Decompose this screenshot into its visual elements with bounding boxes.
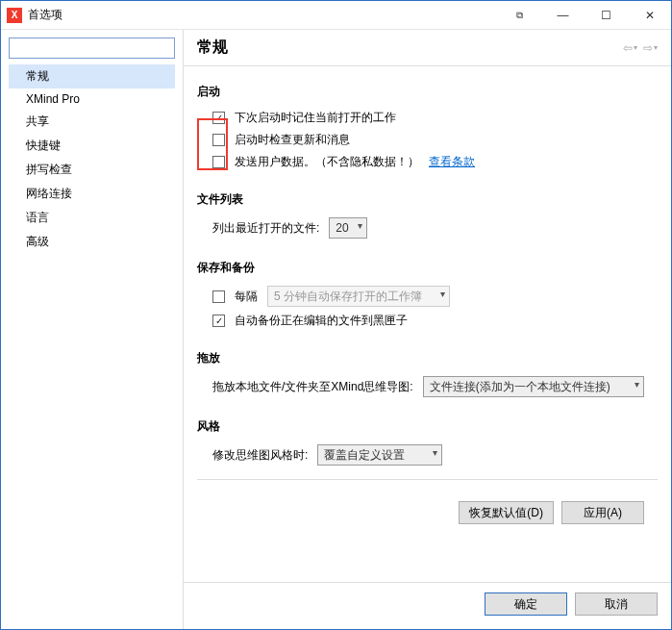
row-dragdrop: 拖放本地文件/文件夹至XMind思维导图: 文件连接(添加为一个本地文件连接) xyxy=(212,376,658,397)
row-every: 每隔 5 分钟自动保存打开的工作簿 xyxy=(212,286,658,307)
row-remember: ✓ 下次启动时记住当前打开的工作 xyxy=(212,110,658,126)
check-updates-checkbox[interactable] xyxy=(212,134,225,146)
chevron-down-icon: ▾ xyxy=(634,43,637,52)
every-checkbox[interactable] xyxy=(212,290,225,303)
row-send-data: 发送用户数据。（不含隐私数据！） 查看条款 xyxy=(212,154,658,170)
row-recent: 列出最近打开的文件: 20 xyxy=(212,217,658,239)
row-autobackup: ✓ 自动备份正在编辑的文件到黑匣子 xyxy=(212,313,658,329)
recent-select[interactable]: 20 xyxy=(329,217,366,239)
page-title: 常规 xyxy=(197,38,623,58)
autobackup-checkbox[interactable]: ✓ xyxy=(212,315,225,327)
check-updates-label: 启动时检查更新和消息 xyxy=(235,132,350,148)
main-header: 常规 ⇦▾ ⇨▾ xyxy=(184,30,671,66)
ok-label: 确定 xyxy=(514,596,537,613)
restore-defaults-button[interactable]: 恢复默认值(D) xyxy=(459,501,554,524)
section-startup: 启动 xyxy=(197,84,658,100)
close-icon: ✕ xyxy=(645,9,655,22)
section-dragdrop: 拖放 xyxy=(197,350,658,366)
section-filelist: 文件列表 xyxy=(197,191,658,208)
footer: 确定 取消 xyxy=(184,582,671,629)
recent-label: 列出最近打开的文件: xyxy=(212,220,319,237)
style-value: 覆盖自定义设置 xyxy=(324,447,405,464)
divider xyxy=(197,479,658,480)
sidebar-item-label: 网络连接 xyxy=(26,187,72,200)
restore-button[interactable]: ⧉ xyxy=(498,1,541,30)
section-backup: 保存和备份 xyxy=(197,260,658,276)
minimize-button[interactable]: — xyxy=(541,1,585,30)
chevron-down-icon: ▾ xyxy=(654,43,658,52)
main-panel: 常规 ⇦▾ ⇨▾ 启动 ✓ 下次启动时记住当前打开的工作 启动时检查更新和消息 xyxy=(184,30,671,629)
sidebar: // render selection highlight look by ov… xyxy=(1,30,184,629)
row-check-updates: 启动时检查更新和消息 xyxy=(212,132,658,148)
ok-button[interactable]: 确定 xyxy=(485,592,567,616)
sidebar-item-advanced[interactable]: 高级 xyxy=(9,230,175,254)
every-label: 每隔 xyxy=(235,289,258,305)
preferences-window: X 首选项 ⧉ — ☐ ✕ // render selection highli… xyxy=(0,0,672,630)
dragdrop-label: 拖放本地文件/文件夹至XMind思维导图: xyxy=(212,379,413,395)
dragdrop-select-wrap: 文件连接(添加为一个本地文件连接) xyxy=(423,376,644,397)
row-style: 修改思维图风格时: 覆盖自定义设置 xyxy=(212,444,658,466)
nav-list: 常规 XMind Pro 共享 快捷键 拼写检查 网络连接 语言 高级 xyxy=(9,64,175,254)
recent-value: 20 xyxy=(336,221,348,235)
nav-history: ⇦▾ ⇨▾ xyxy=(623,41,658,55)
nav-back-button[interactable]: ⇦▾ xyxy=(623,41,637,55)
sidebar-item-label: 快捷键 xyxy=(26,139,61,152)
remember-checkbox[interactable]: ✓ xyxy=(212,112,225,124)
sidebar-item-shortcuts[interactable]: 快捷键 xyxy=(9,134,175,158)
sidebar-item-xmind-pro[interactable]: XMind Pro xyxy=(9,88,175,110)
interval-value: 5 分钟自动保存打开的工作簿 xyxy=(274,289,422,305)
arrow-right-icon: ⇨ xyxy=(643,41,653,55)
sidebar-item-share[interactable]: 共享 xyxy=(9,110,175,134)
nav-forward-button[interactable]: ⇨▾ xyxy=(643,41,658,55)
sidebar-item-label: 拼写检查 xyxy=(26,163,72,176)
sidebar-item-label: 常规 xyxy=(26,69,49,83)
cancel-button[interactable]: 取消 xyxy=(575,592,658,616)
autobackup-label: 自动备份正在编辑的文件到黑匣子 xyxy=(235,313,408,329)
restore-defaults-label: 恢复默认值(D) xyxy=(469,505,543,521)
style-select-wrap: 覆盖自定义设置 xyxy=(317,444,442,466)
cancel-label: 取消 xyxy=(605,596,628,613)
apply-button[interactable]: 应用(A) xyxy=(561,501,644,524)
style-label: 修改思维图风格时: xyxy=(212,447,308,464)
app-icon: X xyxy=(7,8,22,23)
window-title: 首选项 xyxy=(28,7,62,23)
restore-icon: ⧉ xyxy=(516,10,523,21)
sidebar-item-network[interactable]: 网络连接 xyxy=(9,182,175,206)
recent-select-wrap: 20 xyxy=(329,217,366,239)
filter-input[interactable] xyxy=(9,38,175,59)
sidebar-item-label: 语言 xyxy=(26,211,49,224)
dragdrop-select[interactable]: 文件连接(添加为一个本地文件连接) xyxy=(423,376,644,397)
close-button[interactable]: ✕ xyxy=(628,1,671,30)
apply-label: 应用(A) xyxy=(584,505,622,521)
titlebar: X 首选项 ⧉ — ☐ ✕ xyxy=(1,1,671,30)
interval-select: 5 分钟自动保存打开的工作簿 xyxy=(267,286,450,307)
sidebar-item-label: 共享 xyxy=(26,114,49,128)
interval-select-wrap: 5 分钟自动保存打开的工作簿 xyxy=(267,286,450,307)
view-terms-link[interactable]: 查看条款 xyxy=(429,154,475,170)
sidebar-item-language[interactable]: 语言 xyxy=(9,206,175,230)
maximize-button[interactable]: ☐ xyxy=(585,1,628,30)
section-style: 风格 xyxy=(197,418,658,435)
arrow-left-icon: ⇦ xyxy=(623,41,633,55)
dragdrop-value: 文件连接(添加为一个本地文件连接) xyxy=(430,379,610,395)
send-data-label: 发送用户数据。（不含隐私数据！） xyxy=(235,154,419,170)
sidebar-item-label: 高级 xyxy=(26,235,49,248)
inner-buttons: 恢复默认值(D) 应用(A) xyxy=(197,493,658,524)
sidebar-item-general[interactable]: 常规 xyxy=(9,64,175,88)
sidebar-item-label: XMind Pro xyxy=(26,92,80,106)
style-select[interactable]: 覆盖自定义设置 xyxy=(317,444,442,466)
remember-label: 下次启动时记住当前打开的工作 xyxy=(235,110,396,126)
send-data-checkbox[interactable] xyxy=(212,156,225,168)
content: 启动 ✓ 下次启动时记住当前打开的工作 启动时检查更新和消息 发送用户数据。（不… xyxy=(184,66,671,576)
sidebar-item-spellcheck[interactable]: 拼写检查 xyxy=(9,158,175,182)
maximize-icon: ☐ xyxy=(601,9,611,22)
minimize-icon: — xyxy=(558,9,569,22)
